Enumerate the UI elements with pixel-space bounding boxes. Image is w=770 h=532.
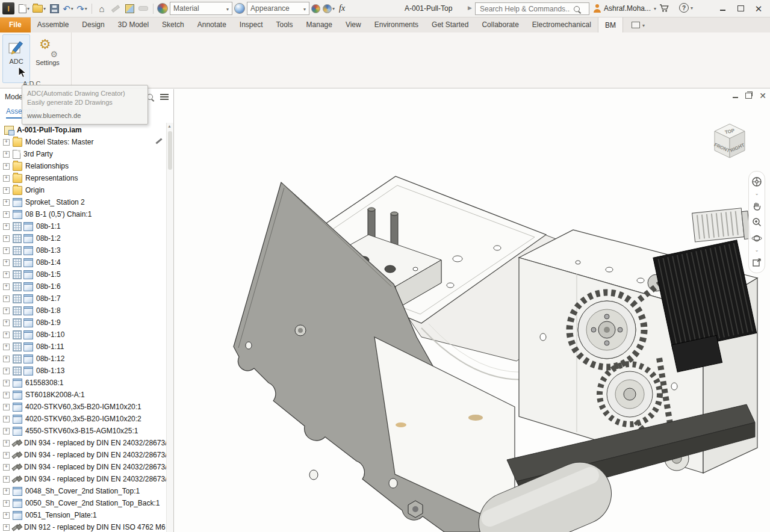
chevron-down-icon[interactable]: ⌄ (755, 193, 759, 195)
adjust-sphere-icon[interactable] (311, 4, 320, 13)
expand-icon[interactable] (3, 235, 10, 242)
inventor-logo-icon[interactable]: I (2, 2, 14, 14)
home-button[interactable]: ⌂ (96, 2, 108, 15)
parameters-fx-button[interactable]: fx (337, 4, 347, 13)
expand-icon[interactable] (3, 452, 10, 459)
tree-item[interactable]: 0051_Tension_Plate:1 (0, 509, 167, 521)
ribbon-tab-bm[interactable]: BM (598, 17, 623, 32)
tree-item[interactable]: Origin (0, 184, 167, 196)
expand-icon[interactable] (3, 271, 10, 278)
expand-icon[interactable] (3, 320, 10, 326)
ribbon-tab-manage[interactable]: Manage (300, 17, 339, 32)
maximize-button[interactable] (731, 1, 750, 16)
undo-button[interactable]: ↶ (62, 2, 74, 15)
steering-wheel-icon[interactable] (751, 176, 762, 187)
expand-icon[interactable] (3, 283, 10, 290)
tree-item[interactable]: 08b-1:9 (0, 317, 167, 329)
zoom-icon[interactable] (751, 217, 762, 227)
redo-button[interactable]: ↷ (76, 2, 88, 15)
tree-item[interactable]: 08b-1:8 (0, 305, 167, 317)
sketch-button[interactable] (110, 2, 122, 15)
expand-icon[interactable] (3, 163, 10, 170)
expand-icon[interactable] (3, 416, 10, 422)
tree-item[interactable]: Relationships (0, 160, 167, 172)
material-dropdown[interactable]: Material (170, 2, 232, 15)
tree-item[interactable]: DIN 934 - replaced by DIN EN 24032/28673… (0, 461, 167, 473)
tree-item[interactable]: 3rd Party (0, 148, 167, 160)
expand-icon[interactable] (3, 259, 10, 266)
expand-icon[interactable] (3, 380, 10, 386)
graphics-viewport[interactable]: ✕ TOP FRONT RIGHT ⌄⌄ (173, 89, 770, 532)
expand-icon[interactable] (3, 392, 10, 398)
tree-item[interactable]: 61558308:1 (0, 377, 167, 389)
tree-item[interactable]: DIN 934 - replaced by DIN EN 24032/28673… (0, 437, 167, 449)
pan-hand-icon[interactable] (751, 200, 762, 211)
tree-item[interactable]: Representations (0, 172, 167, 184)
close-button[interactable]: ✕ (750, 1, 768, 16)
ribbon-tab-3d-model[interactable]: 3D Model (111, 17, 155, 32)
minimize-button[interactable] (713, 1, 731, 16)
viewcube[interactable]: TOP FRONT RIGHT (706, 118, 754, 166)
expand-icon[interactable] (3, 524, 10, 531)
look-at-icon[interactable] (751, 257, 762, 268)
tree-item[interactable]: 08b-1:2 (0, 232, 167, 244)
ribbon-tab-assemble[interactable]: Assemble (31, 17, 76, 32)
expand-icon[interactable] (3, 356, 10, 362)
app-store-cart-button[interactable] (659, 4, 669, 14)
appearance-dropdown[interactable]: Appearance (247, 2, 309, 15)
tree-item[interactable]: DIN 934 - replaced by DIN EN 24032/28673… (0, 473, 167, 485)
tree-item[interactable]: 08 B-1 (0,5') Chain:1 (0, 208, 167, 220)
tree-item[interactable]: 4020-STKV60,3x5-B20-IGM10x20:2 (0, 413, 167, 425)
tree-item[interactable]: 08b-1:5 (0, 268, 167, 280)
ribbon-tab-sketch[interactable]: Sketch (155, 17, 191, 32)
search-input[interactable] (479, 4, 571, 14)
expand-icon[interactable] (3, 295, 10, 302)
tree-item[interactable]: 08b-1:4 (0, 256, 167, 268)
expand-icon[interactable] (3, 211, 10, 218)
assembly-3d-model[interactable] (173, 89, 770, 532)
ribbon-tab-electromechanical[interactable]: Electromechanical (526, 17, 598, 32)
component-button[interactable] (123, 2, 135, 15)
ribbon-tab-get-started[interactable]: Get Started (425, 17, 475, 32)
browser-menu-icon[interactable] (160, 94, 169, 100)
tree-item[interactable]: 08b-1:3 (0, 244, 167, 256)
ribbon-tab-inspect[interactable]: Inspect (233, 17, 270, 32)
tree-item[interactable]: 4020-STKV60,3x5-B20-IGM10x20:1 (0, 401, 167, 413)
doc-restore-icon[interactable] (745, 93, 752, 99)
expand-icon[interactable] (3, 488, 10, 495)
ribbon-tab-annotate[interactable]: Annotate (191, 17, 233, 32)
tree-item[interactable]: Model States: Master (0, 136, 167, 148)
expand-icon[interactable] (3, 428, 10, 435)
expand-icon[interactable] (3, 199, 10, 206)
open-button[interactable] (32, 2, 46, 15)
tree-item[interactable]: 08b-1:13 (0, 365, 167, 377)
doc-minimize-icon[interactable] (733, 93, 738, 98)
tree-item[interactable]: DIN 934 - replaced by DIN EN 24032/28673… (0, 449, 167, 461)
help-search-box[interactable] (475, 2, 589, 15)
ribbon-tab-environments[interactable]: Environments (368, 17, 425, 32)
chevron-down-icon[interactable]: ⌄ (755, 249, 759, 252)
ribbon-display-toggle[interactable] (632, 17, 645, 32)
expand-icon[interactable] (3, 464, 10, 471)
browser-scrollbar[interactable]: ▲ (166, 123, 173, 532)
expand-icon[interactable] (3, 500, 10, 507)
expand-icon[interactable] (3, 512, 10, 519)
tree-item[interactable]: 0048_Sh_Cover_2nd Station_Top:1 (0, 485, 167, 497)
tree-item[interactable]: 08b-1:1 (0, 220, 167, 232)
expand-icon[interactable] (3, 404, 10, 410)
expand-icon[interactable] (3, 332, 10, 338)
new-file-button[interactable] (18, 2, 30, 15)
tree-item[interactable]: 08b-1:10 (0, 329, 167, 341)
expand-icon[interactable] (3, 308, 10, 314)
tree-item[interactable]: ST6018K2008-A:1 (0, 389, 167, 401)
scrollbar-thumb[interactable] (168, 131, 172, 170)
ribbon-tab-file[interactable]: File (0, 17, 31, 32)
tree-root-item[interactable]: A-001-Pull-Top.iam (0, 124, 167, 136)
tree-item[interactable]: 0050_Sh_Cover_2nd Station_Top_Back:1 (0, 497, 167, 509)
tree-item[interactable]: 08b-1:11 (0, 341, 167, 353)
expand-icon[interactable] (3, 175, 10, 182)
title-arrow-icon[interactable]: ▶ (468, 5, 472, 11)
expand-icon[interactable] (3, 151, 10, 158)
expand-icon[interactable] (3, 187, 10, 194)
expand-icon[interactable] (3, 223, 10, 230)
